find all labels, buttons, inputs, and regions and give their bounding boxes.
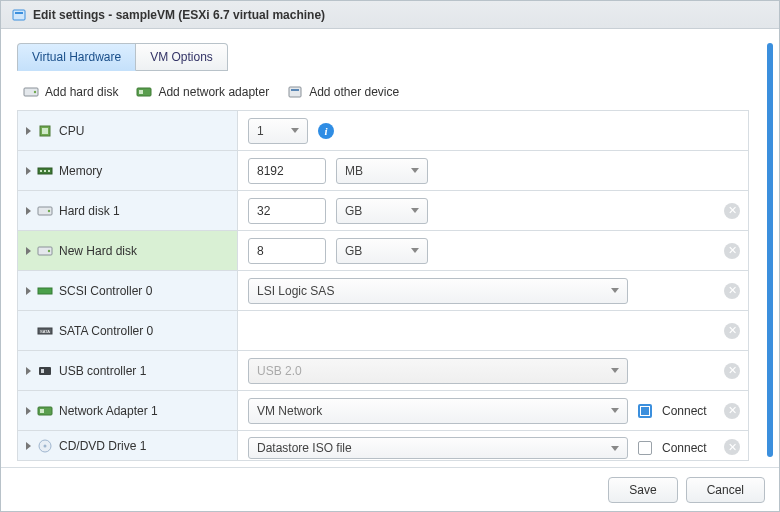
svg-rect-5 [139,90,143,94]
row-cd1-label-cell: CD/DVD Drive 1 [18,431,238,460]
remove-icon[interactable]: ✕ [724,203,740,219]
chevron-down-icon [411,168,419,173]
svg-point-3 [34,91,36,93]
net1-label: Network Adapter 1 [59,404,158,418]
scsi0-type-select[interactable]: LSI Logic SAS [248,278,628,304]
memory-unit-select[interactable]: MB [336,158,428,184]
title-bar: Edit settings - sampleVM (ESXi 6.7 virtu… [1,1,779,29]
chevron-down-icon [611,408,619,413]
dialog-title: Edit settings - sampleVM (ESXi 6.7 virtu… [33,8,325,22]
svg-point-26 [44,444,47,447]
row-hdd1-label-cell: Hard disk 1 [18,191,238,230]
expand-icon[interactable] [26,167,31,175]
newhdd-size-input[interactable] [248,238,326,264]
newhdd-unit-value: GB [345,244,362,258]
add-hard-disk-button[interactable]: Add hard disk [23,84,118,100]
row-sata0-value-cell: ✕ [238,311,748,350]
row-memory: Memory MB [18,151,748,191]
row-scsi0-value-cell: LSI Logic SAS ✕ [238,271,748,310]
expand-icon[interactable] [26,442,31,450]
expand-icon[interactable] [26,287,31,295]
remove-icon[interactable]: ✕ [724,363,740,379]
remove-icon[interactable]: ✕ [724,243,740,259]
tabs: Virtual Hardware VM Options [17,43,763,70]
tab-virtual-hardware[interactable]: Virtual Hardware [17,43,136,71]
scrollbar[interactable] [767,43,773,457]
disc-icon [37,438,53,454]
cpu-count-value: 1 [257,124,264,138]
svg-rect-6 [289,87,301,97]
row-network-adapter-1: Network Adapter 1 VM Network Connect ✕ [18,391,748,431]
svg-text:SATA: SATA [40,329,50,334]
row-cd-dvd-drive-1: CD/DVD Drive 1 Datastore ISO file Connec… [18,431,748,461]
remove-icon[interactable]: ✕ [724,283,740,299]
memory-input[interactable] [248,158,326,184]
hdd1-unit-value: GB [345,204,362,218]
cpu-label: CPU [59,124,84,138]
row-hard-disk-1: Hard disk 1 GB ✕ [18,191,748,231]
svg-rect-11 [40,170,42,172]
row-hdd1-value-cell: GB ✕ [238,191,748,230]
hard-disk-icon [37,243,53,259]
scsi-icon [37,283,53,299]
svg-rect-9 [42,128,48,134]
cpu-count-select[interactable]: 1 [248,118,308,144]
row-usb-controller-1: USB controller 1 USB 2.0 ✕ [18,351,748,391]
expand-icon[interactable] [26,367,31,375]
expand-icon[interactable] [26,247,31,255]
settings-icon [11,7,27,23]
cd1-source-select[interactable]: Datastore ISO file [248,437,628,459]
add-other-device-label: Add other device [309,85,399,99]
remove-icon[interactable]: ✕ [724,439,740,455]
row-scsi-controller-0: SCSI Controller 0 LSI Logic SAS ✕ [18,271,748,311]
toolbar: Add hard disk Add network adapter Add ot… [17,70,763,110]
cd1-connect-label: Connect [662,441,707,455]
svg-rect-21 [39,367,51,375]
chevron-down-icon [291,128,299,133]
cancel-button[interactable]: Cancel [686,477,765,503]
row-memory-label-cell: Memory [18,151,238,190]
scsi0-label: SCSI Controller 0 [59,284,152,298]
dialog-content: Virtual Hardware VM Options Add hard dis… [1,29,779,467]
remove-icon[interactable]: ✕ [724,403,740,419]
svg-point-15 [48,209,50,211]
expand-icon[interactable] [26,207,31,215]
network-adapter-icon [136,84,152,100]
row-memory-value-cell: MB [238,151,748,190]
tab-vm-options[interactable]: VM Options [136,43,228,71]
add-other-device-button[interactable]: Add other device [287,84,399,100]
info-icon[interactable]: i [318,123,334,139]
usb1-type-select: USB 2.0 [248,358,628,384]
add-network-adapter-label: Add network adapter [158,85,269,99]
net1-network-value: VM Network [257,404,322,418]
svg-rect-12 [44,170,46,172]
newhdd-unit-select[interactable]: GB [336,238,428,264]
add-hard-disk-label: Add hard disk [45,85,118,99]
expand-icon[interactable] [26,407,31,415]
chevron-down-icon [411,248,419,253]
svg-rect-24 [40,409,44,413]
net1-network-select[interactable]: VM Network [248,398,628,424]
row-usb1-value-cell: USB 2.0 ✕ [238,351,748,390]
add-network-adapter-button[interactable]: Add network adapter [136,84,269,100]
row-usb1-label-cell: USB controller 1 [18,351,238,390]
hdd1-unit-select[interactable]: GB [336,198,428,224]
cd1-connect-checkbox[interactable] [638,441,652,455]
net1-connect-label: Connect [662,404,707,418]
remove-icon[interactable]: ✕ [724,323,740,339]
save-button[interactable]: Save [608,477,677,503]
expand-icon[interactable] [26,127,31,135]
row-sata-controller-0: SATA SATA Controller 0 ✕ [18,311,748,351]
memory-icon [37,163,53,179]
other-device-icon [287,84,303,100]
hdd1-size-input[interactable] [248,198,326,224]
scsi0-type-value: LSI Logic SAS [257,284,334,298]
row-net1-label-cell: Network Adapter 1 [18,391,238,430]
net1-connect-checkbox[interactable] [638,404,652,418]
row-cpu-label-cell: CPU [18,111,238,150]
row-newhdd-value-cell: GB ✕ [238,231,748,270]
svg-rect-0 [13,10,25,20]
chevron-down-icon [611,446,619,451]
memory-label: Memory [59,164,102,178]
hard-disk-icon [23,84,39,100]
